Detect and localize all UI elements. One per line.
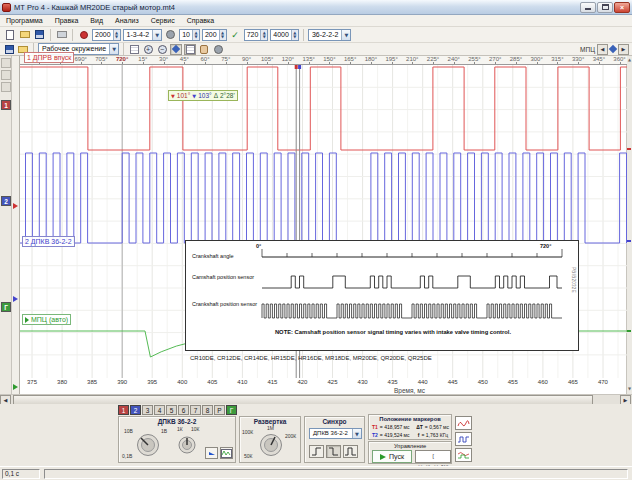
menu-item-1[interactable]: Программа	[0, 15, 49, 27]
start-button[interactable]: Пуск	[372, 450, 412, 463]
scroll-up-icon[interactable]: ▲	[627, 57, 632, 62]
spinner-arrows-icon[interactable]: ▲▼	[291, 30, 298, 40]
menu-item-6[interactable]: Справка	[181, 15, 220, 27]
workspace-save-button[interactable]	[3, 44, 15, 55]
horizontal-scrollbar[interactable]: ◀ ▶	[0, 394, 632, 404]
ruler-tick	[433, 62, 434, 64]
sync-both-edges-button[interactable]	[343, 445, 358, 458]
channel-button-6[interactable]: 6	[178, 405, 189, 415]
close-button[interactable]: ×	[614, 2, 630, 13]
channel-button-1[interactable]: 1	[118, 405, 129, 415]
probe-label-10k: 10К	[191, 426, 199, 432]
channel-button-4[interactable]: 4	[154, 405, 165, 415]
channel-button-3[interactable]: 3	[142, 405, 153, 415]
ruler-tick	[495, 62, 496, 64]
spinner-arrows-icon[interactable]: ▲▼	[192, 30, 199, 40]
channel-button-Г[interactable]: Г	[226, 405, 237, 415]
pan-button[interactable]	[198, 44, 210, 55]
channel-button-2[interactable]: 2	[130, 405, 141, 415]
cycle-degrees-spinner[interactable]: 720▲▼	[244, 29, 269, 41]
channel-run-button[interactable]	[205, 447, 218, 459]
apply-button[interactable]: ✓	[229, 28, 242, 41]
probe-knob[interactable]	[177, 435, 197, 455]
marker-tool-button[interactable]	[1, 82, 11, 92]
spinner-10[interactable]: 10▲▼	[179, 29, 200, 41]
rpm-spinner[interactable]: 2000▲▼	[92, 29, 121, 41]
t2-label: Т2	[372, 432, 378, 438]
new-file-button[interactable]	[3, 28, 16, 41]
spinner-arrows-icon[interactable]: ▲▼	[260, 30, 267, 40]
time-tick-label: 375	[21, 378, 43, 386]
minimize-button[interactable]	[580, 2, 596, 13]
mpc-zero-marker[interactable]	[13, 384, 18, 390]
channel-1-zero-marker[interactable]	[13, 203, 18, 209]
sync-rising-edge-button[interactable]	[309, 445, 324, 458]
sweep-knob[interactable]	[258, 432, 284, 458]
prev-cycle-button[interactable]: ◀	[597, 44, 608, 55]
record-button[interactable]	[77, 28, 90, 41]
firing-order-combo[interactable]: 1-3-4-2▼	[123, 29, 163, 41]
rpm-value: 2000	[93, 30, 113, 40]
channel-button-7[interactable]: 7	[190, 405, 201, 415]
check-icon: ✓	[231, 30, 239, 40]
marker-measurement-chip[interactable]: ▼ 101° ▼ 103° Δ 2°28'	[168, 90, 238, 101]
zoom-out-button[interactable]: −	[156, 44, 168, 55]
zoom-tool-button[interactable]	[1, 58, 11, 68]
wave-preset-1-button[interactable]	[455, 416, 472, 430]
channel-scope-button[interactable]	[220, 447, 233, 459]
cycle-mark-trace-label[interactable]: МПЦ (авто)	[22, 314, 71, 325]
chevron-down-icon[interactable]: ▼	[152, 30, 161, 40]
menu-item-5[interactable]: Сервис	[145, 15, 181, 27]
open-file-button[interactable]	[18, 28, 31, 41]
wave-preset-2-button[interactable]	[455, 432, 472, 446]
ruler-tick	[474, 62, 475, 64]
menu-item-2[interactable]: Правка	[49, 15, 85, 27]
chevron-down-icon[interactable]: ▼	[109, 44, 118, 54]
grid-toggle-button[interactable]	[128, 44, 140, 55]
spinner-arrows-icon[interactable]: ▲▼	[113, 30, 120, 40]
gain-knob[interactable]	[135, 432, 161, 458]
save-file-button[interactable]	[33, 28, 46, 41]
menu-item-4[interactable]: Анализ	[109, 15, 145, 27]
separator	[123, 43, 124, 55]
maximize-button[interactable]	[597, 2, 613, 13]
next-cycle-button[interactable]: ▶	[618, 44, 629, 55]
sample-rate-spinner[interactable]: 4000▲▼	[270, 29, 299, 41]
chevron-down-icon[interactable]: ▼	[352, 429, 361, 438]
channel-button-8[interactable]: 8	[202, 405, 213, 415]
chevron-down-icon[interactable]: ▼	[341, 30, 350, 40]
channel-1-trace-label[interactable]: 1 ДПРВ впуск	[24, 52, 74, 63]
channel-button-5[interactable]: 5	[166, 405, 177, 415]
sync-source-combo[interactable]: ДПКВ 36-2-2 ▼	[309, 428, 362, 439]
status-message-area	[44, 469, 628, 479]
channel-2-tab[interactable]: 2	[1, 196, 11, 206]
markers-toggle-button[interactable]	[170, 44, 182, 55]
channel-button-Р[interactable]: Р	[214, 405, 225, 415]
channel-2-level-tick	[627, 240, 631, 242]
sync-falling-edge-button[interactable]	[326, 445, 341, 458]
spinner-arrows-icon[interactable]: ▲▼	[219, 30, 226, 40]
channel-2-zero-marker[interactable]	[13, 296, 18, 302]
scroll-down-icon[interactable]: ▼	[627, 386, 632, 391]
degrees-ruler-toggle-button[interactable]	[184, 44, 196, 55]
folder-icon	[20, 31, 30, 38]
ruler-tick	[205, 62, 206, 64]
hand-tool-button[interactable]	[1, 70, 11, 80]
crank-wheel-combo[interactable]: 36-2-2-2▼	[308, 29, 351, 41]
spinner-200[interactable]: 200▲▼	[202, 29, 227, 41]
print-button[interactable]	[55, 28, 68, 41]
cycle-diamond-icon	[609, 45, 617, 53]
channel-2-trace-label[interactable]: 2 ДПКВ 36-2-2	[22, 236, 75, 247]
generator-tab[interactable]: Г	[1, 302, 11, 312]
wave-preset-3-button[interactable]	[455, 448, 472, 462]
channel-1-tab[interactable]: 1	[1, 100, 11, 110]
menu-item-3[interactable]: Вид	[84, 15, 109, 27]
f-label: f	[418, 432, 420, 438]
t2-value: = 419,524 мс	[380, 432, 416, 438]
engine-settings-button[interactable]	[164, 28, 177, 41]
options-button[interactable]	[212, 44, 224, 55]
save-icon	[5, 45, 14, 54]
time-tick-label: 405	[201, 378, 223, 386]
zoom-in-button[interactable]: +	[142, 44, 154, 55]
separator	[50, 29, 51, 41]
